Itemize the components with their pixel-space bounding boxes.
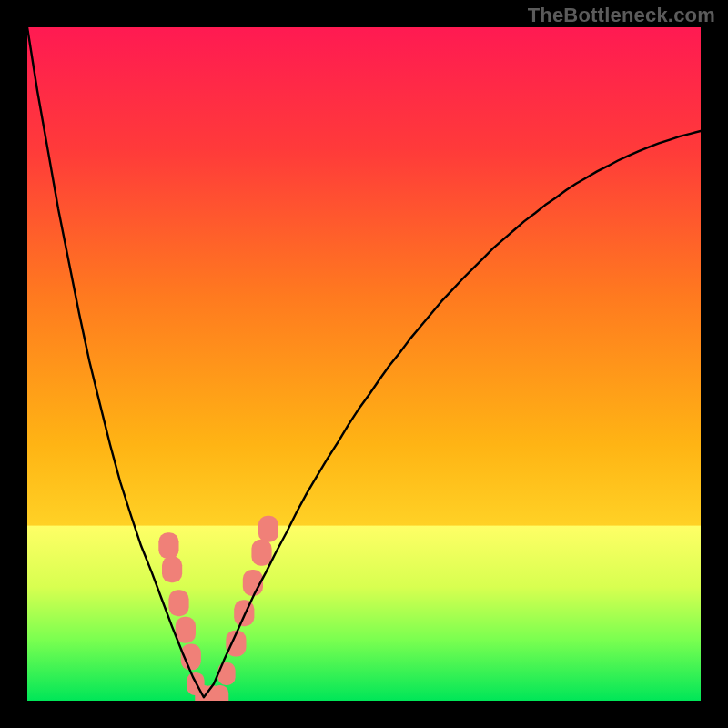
chart-container: TheBottleneck.com bbox=[0, 0, 728, 728]
marker bbox=[258, 516, 278, 542]
marker bbox=[176, 617, 196, 643]
chart-svg bbox=[27, 27, 701, 701]
marker bbox=[251, 540, 271, 566]
marker bbox=[158, 532, 178, 559]
bottom-band bbox=[27, 526, 701, 701]
marker bbox=[234, 600, 254, 626]
marker bbox=[162, 556, 182, 582]
marker bbox=[168, 590, 188, 616]
watermark-text: TheBottleneck.com bbox=[528, 4, 715, 27]
plot-area bbox=[27, 27, 701, 701]
marker bbox=[211, 685, 228, 701]
